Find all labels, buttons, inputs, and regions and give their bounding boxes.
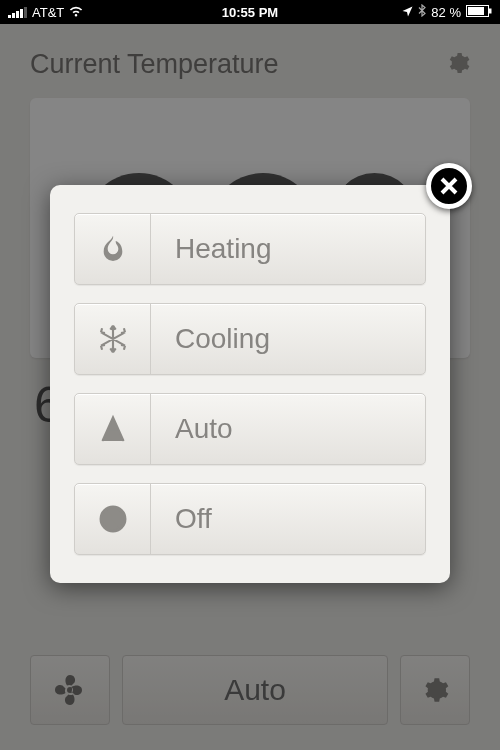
status-bar: AT&T 10:55 PM 82 %	[0, 0, 500, 24]
close-icon	[439, 176, 459, 196]
signal-icon	[8, 7, 27, 18]
mode-option-heating[interactable]: Heating	[74, 213, 426, 285]
battery-percent: 82 %	[431, 5, 461, 20]
mode-option-label: Heating	[151, 214, 425, 284]
mode-option-cooling[interactable]: Cooling	[74, 303, 426, 375]
mode-option-label: Cooling	[151, 304, 425, 374]
svg-rect-2	[489, 8, 492, 13]
close-button[interactable]	[426, 163, 472, 209]
prohibit-icon	[75, 484, 151, 554]
wifi-icon	[69, 5, 83, 20]
flame-icon	[75, 214, 151, 284]
mode-option-off[interactable]: Off	[74, 483, 426, 555]
mode-option-label: Auto	[151, 394, 425, 464]
status-time: 10:55 PM	[222, 5, 278, 20]
battery-icon	[466, 5, 492, 20]
carrier-label: AT&T	[32, 5, 64, 20]
snowflake-icon	[75, 304, 151, 374]
mode-select-modal: Heating Cooling Auto Off	[50, 185, 450, 583]
status-right: 82 %	[402, 4, 492, 20]
svg-rect-1	[468, 7, 484, 15]
location-icon	[402, 5, 413, 20]
status-left: AT&T	[8, 5, 83, 20]
mode-option-label: Off	[151, 484, 425, 554]
letter-a-icon	[75, 394, 151, 464]
bluetooth-icon	[418, 4, 426, 20]
mode-option-auto[interactable]: Auto	[74, 393, 426, 465]
